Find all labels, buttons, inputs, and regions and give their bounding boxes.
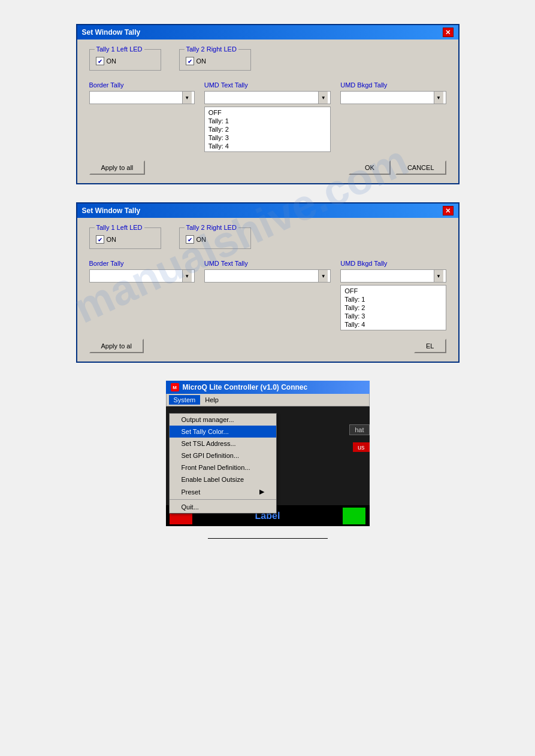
app-titlebar: M MicroQ Lite Controller (v1.0) Connec bbox=[166, 381, 370, 394]
tally1-led-group: Tally 1 Left LED ✔ ON bbox=[89, 49, 161, 71]
dialog-2-titlebar: Set Window Tally ✕ bbox=[77, 204, 458, 218]
border-tally-dropdown[interactable]: ▼ bbox=[89, 91, 195, 104]
d2-tally1-led-legend: Tally 1 Left LED bbox=[95, 224, 144, 231]
monitor-format-text: hat bbox=[349, 424, 369, 435]
list-item[interactable]: Tally: 4 bbox=[205, 142, 331, 150]
d2-umd-bkgd-tally-label: UMD Bkgd Tally bbox=[340, 260, 446, 267]
set-gpi-definition-menu-item[interactable]: Set GPI Definition... bbox=[170, 450, 276, 462]
d2-umd-text-tally-label: UMD Text Tally bbox=[204, 260, 331, 267]
umd-bkgd-tally-dropdown[interactable]: ▼ bbox=[340, 91, 446, 104]
dialog-window-1: Set Window Tally ✕ Tally 1 Left LED ✔ ON… bbox=[76, 24, 460, 184]
dialog-2-title: Set Window Tally bbox=[82, 207, 141, 215]
umd-text-tally-arrow-icon[interactable]: ▼ bbox=[318, 92, 328, 104]
border-tally-group: Border Tally ▼ bbox=[89, 81, 195, 104]
d2-tally1-led-group: Tally 1 Left LED ✔ ON bbox=[89, 227, 161, 249]
umd-bkgd-tally-group: UMD Bkgd Tally ▼ bbox=[340, 81, 446, 104]
d2-umd-bkgd-tally-arrow-icon[interactable]: ▼ bbox=[434, 270, 443, 282]
dialog-1-body: Tally 1 Left LED ✔ ON Tally 2 Right LED … bbox=[77, 40, 458, 183]
tally-led-row-2: Tally 1 Left LED ✔ ON Tally 2 Right LED … bbox=[89, 227, 446, 249]
dialog-2-btn-group: EL bbox=[414, 339, 446, 353]
apply-to-all-button-1[interactable]: Apply to all bbox=[89, 160, 146, 175]
umd-text-tally-dropdown[interactable]: ▼ bbox=[204, 91, 331, 104]
app-title: MicroQ Lite Controller (v1.0) Connec bbox=[183, 383, 308, 391]
system-dropdown-menu: Output manager... Set Tally Color... Set… bbox=[169, 413, 277, 514]
d2-border-tally-label: Border Tally bbox=[89, 260, 195, 267]
tally-green-indicator bbox=[343, 508, 365, 524]
cancel-button-1[interactable]: CANCEL bbox=[395, 160, 446, 175]
d2-umd-text-tally-dropdown[interactable]: ▼ bbox=[204, 269, 331, 283]
list-item[interactable]: Tally: 3 bbox=[341, 312, 445, 320]
tally2-led-legend: Tally 2 Right LED bbox=[185, 45, 238, 53]
tally-dropdowns-row-1: Border Tally ▼ UMD Text Tally ▼ OFF bbox=[89, 81, 446, 152]
list-item[interactable]: Tally: 1 bbox=[205, 117, 331, 125]
bottom-divider bbox=[208, 538, 328, 539]
dialog-1-title: Set Window Tally bbox=[82, 28, 141, 37]
enable-label-outsize-menu-item[interactable]: Enable Label Outsize bbox=[170, 473, 276, 485]
d2-border-tally-dropdown[interactable]: ▼ bbox=[89, 269, 195, 283]
system-menu-container: System Output manager... Set Tally Color… bbox=[169, 395, 201, 405]
dialog-2-body: Tally 1 Left LED ✔ ON Tally 2 Right LED … bbox=[77, 218, 458, 362]
dialog-1-close-button[interactable]: ✕ bbox=[443, 28, 454, 37]
list-item[interactable]: Tally: 1 bbox=[341, 295, 445, 303]
cancel-button-2[interactable]: EL bbox=[414, 339, 446, 353]
tally-led-row-1: Tally 1 Left LED ✔ ON Tally 2 Right LED … bbox=[89, 49, 446, 71]
d2-tally1-on-label: ON bbox=[107, 236, 117, 243]
d2-tally2-led-group: Tally 2 Right LED ✔ ON bbox=[179, 227, 251, 249]
app-section: M MicroQ Lite Controller (v1.0) Connec S… bbox=[166, 381, 370, 526]
d2-tally2-led-legend: Tally 2 Right LED bbox=[185, 224, 238, 231]
umd-bkgd-tally-label: UMD Bkgd Tally bbox=[340, 81, 446, 89]
app-logo-icon: M bbox=[171, 383, 179, 391]
tally-dropdowns-row-2: Border Tally ▼ UMD Text Tally ▼ bbox=[89, 260, 446, 330]
system-menu-item[interactable]: System bbox=[169, 395, 201, 405]
border-tally-label: Border Tally bbox=[89, 81, 195, 89]
front-panel-definition-menu-item[interactable]: Front Panel Definition... bbox=[170, 462, 276, 473]
umd-text-tally-listbox[interactable]: OFF Tally: 1 Tally: 2 Tally: 3 Tally: 4 bbox=[204, 107, 331, 152]
tally2-led-group: Tally 2 Right LED ✔ ON bbox=[179, 49, 251, 71]
tally2-checkbox[interactable]: ✔ bbox=[186, 57, 194, 65]
d2-tally1-checkbox[interactable]: ✔ bbox=[96, 235, 104, 244]
d2-umd-text-tally-group: UMD Text Tally ▼ bbox=[204, 260, 331, 283]
set-tsl-address-menu-item[interactable]: Set TSL Address... bbox=[170, 438, 276, 450]
quit-menu-item[interactable]: Quit... bbox=[170, 501, 276, 513]
dialog-1-footer: Apply to all OK CANCEL bbox=[89, 160, 446, 175]
umd-text-tally-label: UMD Text Tally bbox=[204, 81, 331, 89]
d2-border-tally-arrow-icon[interactable]: ▼ bbox=[182, 270, 192, 282]
tally1-led-legend: Tally 1 Left LED bbox=[95, 45, 144, 53]
set-tally-color-menu-item[interactable]: Set Tally Color... bbox=[170, 426, 276, 438]
d2-border-tally-group: Border Tally ▼ bbox=[89, 260, 195, 283]
help-menu-item[interactable]: Help bbox=[200, 395, 223, 405]
d2-umd-bkgd-tally-group: UMD Bkgd Tally ▼ OFF Tally: 1 Tally: 2 T… bbox=[340, 260, 446, 330]
tally1-checkbox[interactable]: ✔ bbox=[96, 57, 104, 65]
list-item[interactable]: Tally: 3 bbox=[205, 133, 331, 142]
tally1-led-inner: ✔ ON bbox=[96, 57, 152, 65]
list-item[interactable]: Tally: 2 bbox=[205, 125, 331, 133]
dialog-window-2: Set Window Tally ✕ Tally 1 Left LED ✔ ON… bbox=[76, 202, 460, 363]
list-item[interactable]: Tally: 4 bbox=[341, 320, 445, 329]
dialog-1-titlebar: Set Window Tally ✕ bbox=[77, 25, 458, 40]
d2-tally2-led-inner: ✔ ON bbox=[186, 235, 242, 244]
list-item[interactable]: Tally: 2 bbox=[341, 303, 445, 312]
ok-button-1[interactable]: OK bbox=[349, 160, 391, 175]
umd-text-tally-group: UMD Text Tally ▼ OFF Tally: 1 Tally: 2 T… bbox=[204, 81, 331, 152]
d2-tally2-checkbox[interactable]: ✔ bbox=[186, 235, 194, 244]
preset-arrow-icon: ▶ bbox=[259, 488, 264, 496]
preset-menu-item[interactable]: Preset ▶ bbox=[170, 485, 276, 498]
d2-umd-bkgd-tally-listbox[interactable]: OFF Tally: 1 Tally: 2 Tally: 3 Tally: 4 bbox=[340, 285, 446, 330]
d2-umd-bkgd-tally-dropdown[interactable]: ▼ bbox=[340, 269, 446, 283]
dialog-2-footer: Apply to al EL bbox=[89, 339, 446, 353]
apply-to-all-button-2[interactable]: Apply to al bbox=[89, 339, 144, 353]
list-item[interactable]: OFF bbox=[341, 287, 445, 295]
umd-bkgd-tally-arrow-icon[interactable]: ▼ bbox=[434, 92, 443, 104]
preset-label: Preset bbox=[182, 488, 201, 496]
output-manager-menu-item[interactable]: Output manager... bbox=[170, 414, 276, 426]
app-menubar: System Output manager... Set Tally Color… bbox=[166, 394, 370, 406]
tally1-on-label: ON bbox=[107, 57, 117, 65]
list-item[interactable]: OFF bbox=[205, 108, 331, 117]
d2-umd-text-tally-arrow-icon[interactable]: ▼ bbox=[318, 270, 328, 282]
monitor-us-text: us bbox=[353, 442, 370, 452]
dialog-2-close-button[interactable]: ✕ bbox=[443, 206, 454, 215]
page-wrapper: manualshive.com Set Window Tally ✕ Tally… bbox=[0, 0, 535, 756]
tally2-on-label: ON bbox=[197, 57, 207, 65]
menu-divider bbox=[170, 499, 276, 500]
border-tally-arrow-icon[interactable]: ▼ bbox=[182, 92, 192, 104]
